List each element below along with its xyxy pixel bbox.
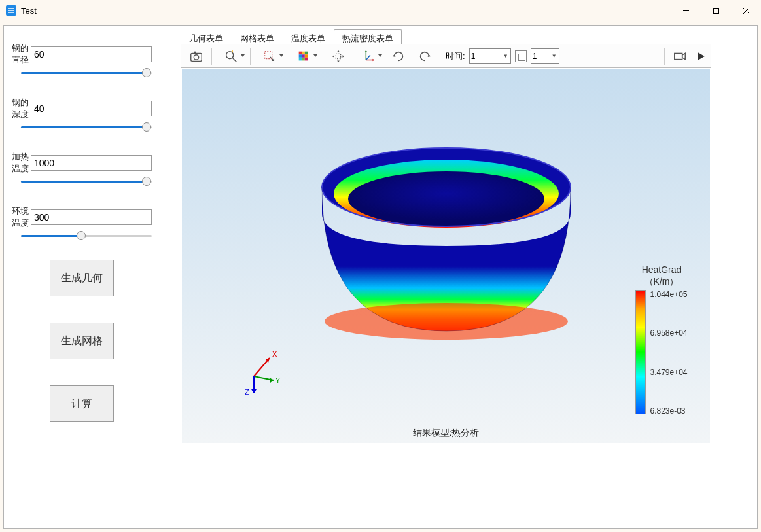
rotate-cw-button[interactable] (386, 46, 411, 66)
play-button[interactable] (694, 46, 708, 66)
diameter-input[interactable] (31, 46, 152, 62)
svg-rect-11 (305, 51, 308, 54)
time-select-1[interactable] (469, 48, 511, 64)
viewer-caption: 结果模型:热分析 (413, 427, 480, 439)
titlebar: Test (0, 0, 761, 21)
param-label: 环境温度 (12, 205, 31, 229)
svg-rect-17 (305, 57, 308, 60)
pan-button[interactable] (326, 46, 351, 66)
generate-geometry-button[interactable]: 生成几何 (50, 260, 114, 296)
svg-rect-14 (305, 54, 308, 58)
ambient-temp-slider[interactable] (21, 231, 152, 240)
svg-rect-9 (299, 51, 302, 54)
time-stepper[interactable] (515, 50, 527, 62)
svg-rect-2 (713, 8, 718, 13)
legend-title-1: HeatGrad (621, 264, 702, 275)
param-diameter: 锅的直径 (12, 43, 152, 77)
axes-orientation-dropdown[interactable] (352, 46, 385, 66)
heat-temp-input[interactable] (31, 155, 152, 171)
diameter-slider[interactable] (21, 68, 152, 77)
legend-title-2: （K/m） (621, 275, 702, 287)
heat-temp-slider[interactable] (21, 177, 152, 186)
rotate-ccw-button[interactable] (412, 46, 437, 66)
svg-point-6 (226, 51, 234, 58)
svg-rect-15 (299, 57, 302, 60)
param-ambient-temp: 环境温度 (12, 205, 152, 240)
svg-rect-12 (299, 54, 302, 58)
axis-y-label: Y (275, 376, 281, 384)
svg-rect-13 (302, 54, 305, 58)
close-button[interactable] (731, 0, 761, 21)
time-select-2[interactable] (531, 48, 559, 64)
legend-tick: 6.823e-03 (650, 406, 687, 416)
svg-rect-22 (675, 53, 682, 59)
viewer: 时间: ▼ ▼ (181, 44, 711, 444)
param-label: 加热温度 (12, 151, 31, 175)
param-depth: 锅的深度 (12, 97, 152, 132)
svg-line-21 (366, 55, 370, 60)
canvas-3d[interactable]: X Y Z HeatGrad （K/m） 1.044e+05 6.958e+04… (182, 69, 710, 443)
window-title: Test (21, 6, 37, 16)
maximize-button[interactable] (701, 0, 731, 21)
simulation-contour (302, 128, 590, 353)
depth-slider[interactable] (21, 122, 152, 132)
parameter-panel: 锅的直径 锅的深度 加热温度 (12, 43, 152, 448)
svg-point-26 (348, 171, 544, 226)
svg-rect-10 (302, 51, 305, 54)
legend-tick: 3.479e+04 (650, 368, 687, 377)
zoom-dropdown[interactable] (215, 46, 247, 66)
legend-tick: 6.958e+04 (650, 328, 687, 338)
depth-input[interactable] (31, 101, 152, 116)
camera-button[interactable] (667, 46, 692, 66)
coordinate-axes: X Y Z (239, 345, 279, 391)
svg-rect-16 (302, 57, 305, 60)
ambient-temp-input[interactable] (31, 209, 152, 225)
action-buttons: 生成几何 生成网格 计算 (12, 260, 152, 422)
axis-x-label: X (272, 350, 277, 358)
compute-button[interactable]: 计算 (50, 385, 114, 422)
svg-rect-5 (194, 51, 196, 53)
snapshot-button[interactable] (184, 46, 209, 66)
axis-z-label: Z (245, 388, 249, 396)
legend-bar (635, 290, 646, 414)
time-label: 时间: (446, 50, 465, 62)
param-label: 锅的深度 (12, 97, 31, 120)
svg-point-23 (325, 303, 568, 340)
svg-rect-18 (336, 54, 340, 58)
minimize-button[interactable] (671, 0, 701, 21)
viewer-toolbar: 时间: ▼ ▼ (181, 44, 711, 68)
svg-point-4 (194, 54, 198, 59)
selection-dropdown[interactable] (253, 46, 286, 66)
colormap-dropdown[interactable] (287, 46, 320, 66)
param-heat-temp: 加热温度 (12, 151, 152, 186)
main-frame: 锅的直径 锅的深度 加热温度 (3, 25, 758, 529)
legend-tick: 1.044e+05 (650, 290, 687, 299)
color-legend: HeatGrad （K/m） 1.044e+05 6.958e+04 3.479… (621, 264, 702, 416)
param-label: 锅的直径 (12, 43, 31, 66)
generate-mesh-button[interactable]: 生成网格 (50, 323, 114, 359)
app-icon (5, 5, 17, 16)
svg-line-7 (233, 58, 237, 62)
